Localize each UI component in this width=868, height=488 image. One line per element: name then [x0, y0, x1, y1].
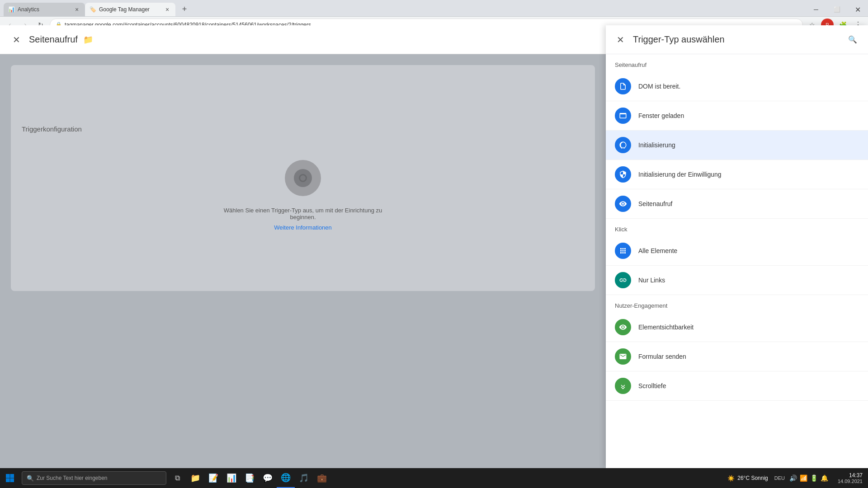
trigger-item-scrolltiefe[interactable]: Scrolltiefe [606, 371, 868, 401]
seitenaufruf-svg [619, 200, 627, 208]
scrolltiefe-label: Scrolltiefe [638, 382, 666, 389]
network-icon[interactable]: 📶 [800, 474, 807, 482]
taskbar-icon-explorer[interactable]: 📁 [186, 468, 204, 488]
taskbar-icon-chrome[interactable]: 🌐 [277, 468, 295, 488]
initialisierung-label: Initialisierung [638, 141, 675, 149]
initialisierung-icon [615, 137, 631, 153]
taskbar-icon-spotify[interactable]: 🎵 [295, 468, 313, 488]
tab-bar: 📊 Analytics × 🏷️ Google Tag Manager × + … [0, 0, 868, 16]
dom-bereit-svg [619, 82, 627, 90]
trigger-config-title: Triggerkonfiguration [22, 125, 82, 133]
taskbar-icon-teams[interactable]: 💬 [259, 468, 277, 488]
maximize-button[interactable]: ⬜ [826, 3, 847, 16]
clock-date: 14.09.2021 [837, 479, 863, 484]
scrolltiefe-svg [619, 382, 627, 390]
fenster-geladen-label: Fenster geladen [638, 112, 684, 119]
lang-text: DEU [774, 475, 785, 481]
trigger-config-card: Triggerkonfiguration Wählen Sie einen Tr… [11, 65, 595, 291]
elementsichtbarkeit-label: Elementsichtbarkeit [638, 324, 693, 331]
alle-elemente-svg [619, 247, 627, 255]
nur-links-svg [619, 276, 627, 284]
system-tray: ☀️ 26°C Sonnig DEU 🔊 📶 🔋 🔔 [724, 474, 832, 482]
einwilligung-icon [615, 166, 631, 183]
tab-gtm[interactable]: 🏷️ Google Tag Manager × [85, 3, 175, 16]
section-seitenaufruf: Seitenaufruf DOM ist bereit. Fenster gel… [606, 54, 868, 219]
elementsichtbarkeit-icon [615, 319, 631, 335]
gtm-tab-close[interactable]: × [164, 6, 171, 13]
dom-bereit-label: DOM ist bereit. [638, 83, 680, 90]
einwilligung-svg [619, 170, 627, 178]
trigger-item-einwilligung[interactable]: Initialisierung der Einwilligung [606, 160, 868, 189]
formular-senden-icon [615, 348, 631, 365]
trigger-item-seitenaufruf[interactable]: Seitenaufruf [606, 189, 868, 219]
taskbar-icon-word[interactable]: 📝 [204, 468, 222, 488]
taskbar-search[interactable]: 🔍 Zur Suche Text hier eingeben [22, 471, 166, 485]
left-panel-body: Triggerkonfiguration Wählen Sie einen Tr… [0, 54, 606, 302]
seitenaufruf-item-label: Seitenaufruf [638, 200, 673, 207]
analytics-tab-title: Analytics [18, 6, 71, 13]
trigger-item-fenster-geladen[interactable]: Fenster geladen [606, 101, 868, 131]
fenster-geladen-svg [619, 112, 627, 120]
taskbar-search-placeholder: Zur Suche Text hier eingeben [37, 475, 108, 481]
tab-analytics[interactable]: 📊 Analytics × [4, 3, 85, 16]
clock: 14:37 14.09.2021 [832, 472, 868, 484]
trigger-placeholder-icon [285, 160, 321, 196]
section-klick-label: Klick [606, 219, 868, 236]
dom-bereit-icon [615, 78, 631, 94]
taskbar-icon-slack[interactable]: 💼 [313, 468, 331, 488]
trigger-item-dom-bereit[interactable]: DOM ist bereit. [606, 72, 868, 101]
minimize-button[interactable]: ─ [806, 3, 826, 16]
section-klick: Klick Alle Elemente Nur Links [606, 219, 868, 295]
right-panel-body[interactable]: Seitenaufruf DOM ist bereit. Fenster gel… [606, 54, 868, 468]
right-panel-title: Trigger-Typ auswählen [633, 34, 839, 45]
clock-time: 14:37 [837, 472, 863, 479]
alle-elemente-icon [615, 243, 631, 259]
left-panel: ✕ Seitenaufruf 📁 Triggerkonfiguration Wä… [0, 25, 606, 468]
new-tab-button[interactable]: + [177, 2, 192, 16]
taskbar-icons-group: ⧉ 📁 📝 📊 📑 💬 🌐 🎵 💼 [168, 468, 331, 488]
close-window-button[interactable]: ✕ [847, 3, 868, 16]
folder-icon[interactable]: 📁 [83, 35, 93, 45]
trigger-hint-text: Wählen Sie einen Trigger-Typ aus, um mit… [212, 207, 393, 221]
speaker-icon[interactable]: 🔊 [789, 474, 797, 482]
trigger-item-elementsichtbarkeit[interactable]: Elementsichtbarkeit [606, 313, 868, 342]
windows-icon [6, 474, 14, 482]
left-panel-title: Seitenaufruf [29, 34, 78, 45]
taskbar-icon-pp[interactable]: 📑 [241, 468, 259, 488]
formular-senden-svg [619, 352, 627, 361]
notification-icon[interactable]: 🔔 [821, 474, 828, 482]
right-panel: ✕ Trigger-Typ auswählen 🔍 Seitenaufruf D… [606, 25, 868, 468]
browser-chrome: 📊 Analytics × 🏷️ Google Tag Manager × + … [0, 0, 868, 25]
section-nutzer-engagement-label: Nutzer-Engagement [606, 295, 868, 313]
section-seitenaufruf-label: Seitenaufruf [606, 54, 868, 72]
seitenaufruf-icon [615, 196, 631, 212]
scrolltiefe-icon [615, 378, 631, 394]
trigger-more-info-link[interactable]: Weitere Informationen [274, 224, 332, 231]
nur-links-label: Nur Links [638, 277, 665, 284]
right-panel-header: ✕ Trigger-Typ auswählen 🔍 [606, 25, 868, 54]
elementsichtbarkeit-svg [619, 323, 627, 331]
taskbar-icon-task-view[interactable]: ⧉ [168, 468, 186, 488]
fenster-geladen-icon [615, 108, 631, 124]
gtm-tab-title: Google Tag Manager [99, 6, 161, 13]
analytics-favicon: 📊 [8, 6, 15, 13]
trigger-item-alle-elemente[interactable]: Alle Elemente [606, 236, 868, 266]
initialisierung-svg [619, 141, 627, 149]
einwilligung-label: Initialisierung der Einwilligung [638, 171, 722, 178]
trigger-item-initialisierung[interactable]: Initialisierung [606, 131, 868, 160]
weather-icon: ☀️ [727, 475, 735, 482]
formular-senden-label: Formular senden [638, 353, 686, 360]
right-panel-close-button[interactable]: ✕ [613, 33, 627, 47]
start-button[interactable] [0, 468, 20, 488]
left-panel-header: ✕ Seitenaufruf 📁 [0, 25, 606, 54]
alle-elemente-label: Alle Elemente [638, 247, 677, 254]
taskbar-search-icon: 🔍 [27, 475, 34, 482]
weather-text: 26°C Sonnig [737, 475, 768, 481]
taskbar-icon-excel[interactable]: 📊 [222, 468, 241, 488]
analytics-tab-close[interactable]: × [73, 6, 80, 13]
trigger-item-formular-senden[interactable]: Formular senden [606, 342, 868, 371]
search-button[interactable]: 🔍 [844, 32, 861, 48]
left-panel-close-button[interactable]: ✕ [9, 33, 24, 47]
trigger-item-nur-links[interactable]: Nur Links [606, 266, 868, 295]
main-content: ✕ Seitenaufruf 📁 Triggerkonfiguration Wä… [0, 25, 868, 468]
